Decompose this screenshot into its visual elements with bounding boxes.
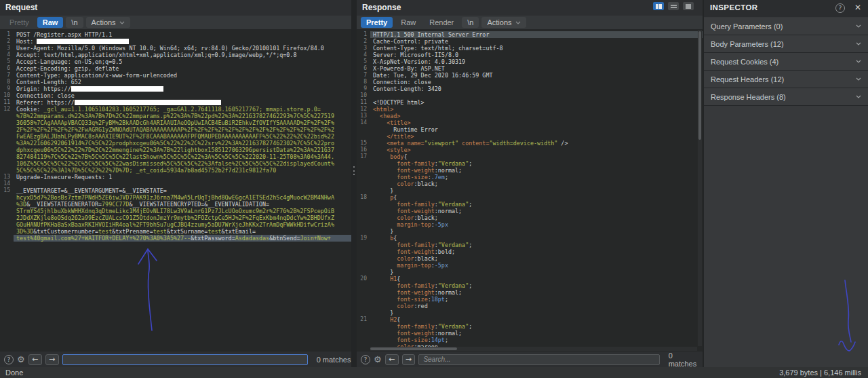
code-line[interactable]: 1POST /Register.aspx HTTP/1.1 (0, 31, 351, 38)
code-line[interactable]: color:black; (357, 214, 703, 221)
code-line[interactable]: 20 H1{ (357, 276, 703, 282)
code-line[interactable]: 17 body{ (357, 153, 703, 160)
prev-match-button[interactable]: ← (28, 354, 42, 365)
code-line[interactable]: 2F%2F%2F%2F%2F%2F%2FwAGRG1yZWNOAdUTAQABA… (0, 126, 351, 133)
code-line[interactable]: 10Connection: close (0, 92, 351, 99)
code-line[interactable]: font-size:.7em; (357, 174, 703, 181)
inspector-section-query-parameters[interactable]: Query Parameters (0) (704, 18, 868, 35)
code-line[interactable]: FwEAEzgBALJUahLPyBMAC8sAAAXIE9UT%2F%2F8C… (0, 133, 351, 140)
code-line[interactable]: } (357, 269, 703, 276)
code-line[interactable]: font-family:"Verdana"; (357, 323, 703, 330)
vertical-scrollbar[interactable] (698, 30, 702, 346)
splitter-grip-icon[interactable] (353, 166, 355, 175)
code-line[interactable]: 2Cache-Control: private (357, 38, 703, 45)
code-line[interactable]: } (357, 228, 703, 235)
tab-raw[interactable]: Raw (37, 17, 64, 28)
actions-dropdown[interactable]: Actions (86, 17, 130, 28)
code-line[interactable]: color:red (357, 303, 703, 309)
code-line[interactable]: font-weight:normal; (357, 208, 703, 214)
code-line[interactable]: 15__EVENTTARGET=&__EVENTARGUMENT=&__VIEW… (0, 187, 351, 194)
code-line[interactable]: font-size:14pt; (357, 337, 703, 343)
code-line[interactable]: 4Server: Microsoft-IIS/8.0 (357, 52, 703, 58)
code-line[interactable]: 827484119%7C%5C%22%7B%5C%5C%5C%22lastSho… (0, 153, 351, 160)
panel-splitter[interactable] (351, 0, 357, 367)
layout-single-icon[interactable] (683, 2, 694, 10)
code-line[interactable]: 8Content-Length: 652 (0, 79, 351, 86)
gear-icon[interactable]: ⚙ (374, 355, 382, 364)
search-input[interactable] (418, 354, 659, 365)
code-line[interactable]: 6Accept-Encoding: gzip, deflate (0, 65, 351, 72)
code-line[interactable]: 9Origin: https:// (0, 86, 351, 92)
code-line[interactable]: </title> (357, 133, 703, 140)
inspector-section-request-headers[interactable]: Request Headers (12) (704, 71, 868, 88)
code-line[interactable]: 6X-Powered-By: ASP.NET (357, 65, 703, 72)
next-match-button[interactable]: → (402, 354, 416, 365)
code-line[interactable]: dphxcgeu06%5C%22%22%7D%2C%22mmengine%22%… (0, 147, 351, 153)
code-line[interactable]: color:black; (357, 181, 703, 187)
horizontal-scrollbar[interactable] (370, 347, 697, 351)
code-line[interactable]: 21 H2{ (357, 316, 703, 323)
code-line[interactable]: 3D%3D&txtCustomernumber=test&txtPrename=… (0, 228, 351, 235)
code-line[interactable]: 10 (357, 92, 703, 99)
code-line[interactable]: font-weight:bold; (357, 248, 703, 255)
code-line[interactable]: 12<html> (357, 106, 703, 113)
code-line[interactable]: test%40gmail.com%27+WAITFOR+DELAY+%270%3… (0, 235, 351, 242)
code-line[interactable]: 12Cookie: _gcl_au=1.1.1065104283.1605217… (0, 106, 351, 113)
layout-columns-icon[interactable] (653, 2, 664, 10)
code-line[interactable]: 13Upgrade-Insecure-Requests: 1 (0, 174, 351, 181)
help-icon[interactable]: ? (361, 355, 370, 364)
next-match-button[interactable]: → (45, 354, 59, 365)
code-line[interactable]: color:black; (357, 255, 703, 262)
request-editor[interactable]: 1POST /Register.aspx HTTP/1.12Host: 3Use… (0, 29, 351, 352)
code-line[interactable]: } (357, 309, 703, 316)
code-line[interactable]: %7B%22mmparams.d%22%3A%7B%7D%2C%22mmpara… (0, 113, 351, 119)
code-line[interactable]: margin-top:-5px (357, 262, 703, 269)
code-line[interactable]: 9Content-Length: 3420 (357, 86, 703, 92)
code-line[interactable]: font-weight:normal; (357, 330, 703, 337)
prev-match-button[interactable]: ← (385, 354, 399, 365)
close-icon[interactable]: ✕ (854, 3, 861, 12)
code-line[interactable]: font-family:"Verdana"; (357, 282, 703, 289)
tab-raw[interactable]: Raw (395, 17, 421, 28)
code-line[interactable]: 11Referer: https:// (0, 99, 351, 106)
code-line[interactable]: Runtime Error (357, 126, 703, 133)
code-line[interactable]: 2JDdXZKjle8oOSdq262a99EzcZUALcsC91Z5Otdo… (0, 214, 351, 221)
code-line[interactable]: 14 (0, 181, 351, 187)
code-line[interactable]: 7Content-Type: application/x-www-form-ur… (0, 72, 351, 79)
code-line[interactable]: 3Content-Type: text/html; charset=utf-8 (357, 45, 703, 52)
help-icon[interactable]: ? (835, 3, 845, 13)
tab-pretty[interactable]: Pretty (4, 17, 35, 28)
code-line[interactable]: hcyxD5d7%2BosBs7ztm7PNdH5ZE6iwJVD7PAK91z… (0, 194, 351, 201)
inspector-section-request-cookies[interactable]: Request Cookies (4) (704, 53, 868, 71)
tab-newline[interactable]: \n (462, 17, 479, 28)
code-line[interactable]: 7Date: Tue, 29 Dec 2020 16:46:59 GMT (357, 72, 703, 79)
code-line[interactable]: 1HTTP/1.1 500 Internal Server Error (357, 31, 703, 38)
code-line[interactable]: 8Connection: close (357, 79, 703, 86)
code-line[interactable]: 16 <style> (357, 147, 703, 153)
code-line[interactable]: %3A%221606292061914%7C%5C%22prodphxcgeu0… (0, 140, 351, 147)
inspector-section-response-headers[interactable]: Response Headers (8) (704, 88, 868, 106)
code-line[interactable]: font-family:"Verdana"; (357, 201, 703, 208)
tab-pretty[interactable]: Pretty (361, 17, 393, 28)
code-line[interactable]: %3D&__VIEWSTATEGENERATOR=799CC77D&__VIEW… (0, 201, 351, 208)
code-line[interactable]: 106Z%5C%5C%5C%22%2C%5C%5C%5C%22wasDismis… (0, 160, 351, 167)
code-line[interactable]: font-size:18pt; (357, 296, 703, 303)
code-line[interactable]: 36058%7CAgAAAApVBACQ33q%2FyBM%2BkAADcGh4… (0, 119, 351, 126)
code-line[interactable]: font-family:"Verdana"; (357, 242, 703, 248)
code-line[interactable]: font-family:"Verdana"; (357, 160, 703, 167)
code-line[interactable]: 14 <title> (357, 119, 703, 126)
search-input[interactable] (62, 354, 308, 365)
code-line[interactable]: 15 <meta name="viewport" content="width=… (357, 140, 703, 147)
layout-rows-icon[interactable] (668, 2, 679, 10)
code-line[interactable]: 5Accept-Language: en-US,en;q=0.5 (0, 58, 351, 65)
code-line[interactable]: GOuHANUfPKHa8aSxBaaxRKIHVOIiHR4oal%2FT9b… (0, 221, 351, 228)
help-icon[interactable]: ? (4, 355, 14, 364)
code-line[interactable]: font-weight:normal; (357, 289, 703, 296)
code-line[interactable]: 5X-AspNet-Version: 4.0.30319 (357, 58, 703, 65)
gear-icon[interactable]: ⚙ (17, 355, 25, 364)
code-line[interactable]: 13 <head> (357, 113, 703, 119)
code-line[interactable]: } (357, 187, 703, 194)
code-line[interactable]: 11<!DOCTYPE html> (357, 99, 703, 106)
code-line[interactable]: 18 p{ (357, 194, 703, 201)
code-line[interactable]: 4Accept: text/html,application/xhtml+xml… (0, 52, 351, 58)
